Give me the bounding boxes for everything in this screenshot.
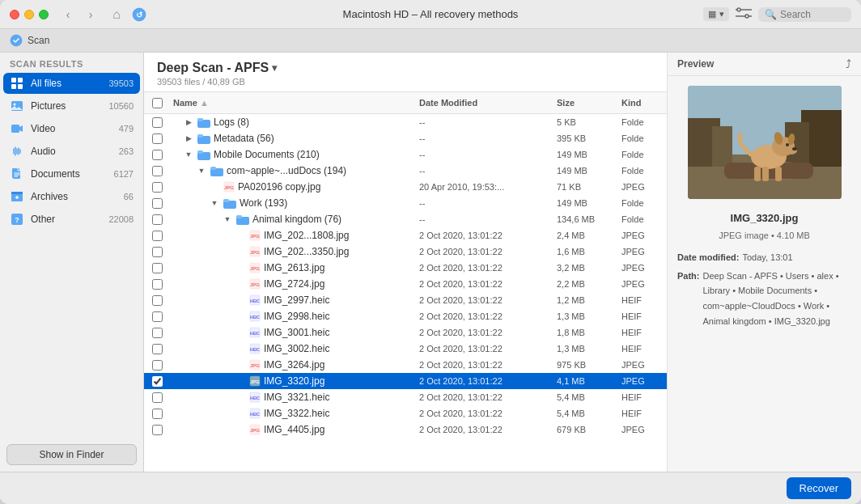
row-date: 2 Oct 2020, 13:01:22 [416,229,554,242]
table-row[interactable]: ▶ HEIC IMG_3322.heic 2 Oct 2020, 13:01:2… [144,405,667,421]
minimize-button[interactable] [24,10,34,19]
row-size: 2,2 MB [554,277,618,290]
row-checkbox[interactable] [152,133,163,144]
header-size[interactable]: Size [554,95,618,110]
sidebar-label-audio: Audio [31,146,112,157]
collapse-icon[interactable]: ▼ [183,149,194,160]
row-name: ▶ JPG PA020196 copy.jpg [170,180,416,194]
row-checkbox[interactable] [152,166,163,176]
row-checkbox[interactable] [152,198,163,209]
preview-path-label: Path: [677,269,700,329]
table-row[interactable]: ▶ HEIC IMG_2997.heic 2 Oct 2020, 13:01:2… [144,292,667,308]
collapse-icon[interactable]: ▼ [196,165,207,176]
table-row[interactable]: ▶ HEIC IMG_3321.heic 2 Oct 2020, 13:01:2… [144,389,667,405]
table-row[interactable]: ▼ Animal kingdom (76) -- 134,6 MB Folde [144,211,667,227]
row-checkbox[interactable] [152,279,163,290]
sidebar-item-documents[interactable]: Documents 6127 [3,163,140,184]
table-row[interactable]: ▶ JPG IMG_2613.jpg 2 Oct 2020, 13:01:22 … [144,260,667,276]
sidebar-item-archives[interactable]: Archives 66 [3,186,140,207]
row-kind: HEIF [618,326,667,339]
table-row[interactable]: ▶ HEIC IMG_2998.heic 2 Oct 2020, 13:01:2… [144,308,667,324]
table-row[interactable]: ▶ JPG IMG_2724.jpg 2 Oct 2020, 13:01:22 … [144,276,667,292]
close-button[interactable] [10,10,19,19]
file-image-icon: JPG [249,424,261,435]
row-kind: HEIF [618,294,667,307]
sidebar-item-pictures[interactable]: Pictures 10560 [3,95,140,116]
table-row[interactable]: ▶ HEIC IMG_3002.heic 2 Oct 2020, 13:01:2… [144,341,667,357]
preview-export-button[interactable]: ⤴ [846,57,851,70]
maximize-button[interactable] [39,10,49,19]
file-image-icon: JPG [249,278,261,290]
svg-text:↺: ↺ [136,11,143,19]
table-row[interactable]: ▶ Logs (8) -- 5 KB Folde [144,114,667,130]
sidebar-item-all-files[interactable]: All files 39503 [3,73,140,94]
show-in-finder-button[interactable]: Show in Finder [6,444,137,465]
row-date: 2 Oct 2020, 13:01:22 [416,407,554,420]
svg-rect-9 [11,78,16,83]
row-checkbox[interactable] [152,376,163,387]
row-name: ▶ JPG IMG_2613.jpg [170,260,416,275]
row-date: 2 Oct 2020, 13:01:22 [416,423,554,436]
dropdown-arrow-icon[interactable]: ▾ [272,62,277,74]
forward-button[interactable]: › [81,6,100,23]
row-checkbox[interactable] [152,214,163,225]
table-row-selected[interactable]: ▶ JPG IMG_3320.jpg 2 Oct 2020, 13:01:22 … [144,373,667,389]
row-checkbox[interactable] [152,311,163,322]
video-icon [10,121,24,136]
table-row[interactable]: ▼ Mobile Documents (210) -- 149 MB Folde [144,146,667,163]
row-checkbox[interactable] [152,117,163,128]
table-row[interactable]: ▶ JPG IMG_3264.jpg 2 Oct 2020, 13:01:22 … [144,357,667,373]
search-box[interactable]: 🔍 [758,7,851,22]
search-input[interactable] [780,9,845,20]
header-date[interactable]: Date Modified [416,95,554,110]
expand-icon[interactable]: ▶ [183,133,194,144]
row-checkbox-cell [144,360,170,371]
home-button[interactable]: ⌂ [107,6,126,23]
row-checkbox[interactable] [152,247,163,257]
table-row[interactable]: ▶ HEIC IMG_3001.heic 2 Oct 2020, 13:01:2… [144,324,667,341]
row-checkbox[interactable] [152,409,163,419]
row-checkbox[interactable] [152,344,163,354]
table-row[interactable]: ▶ Metadata (56) -- 395 KB Folde [144,130,667,146]
table-row[interactable]: ▶ JPG IMG_4405.jpg 2 Oct 2020, 13:01:22 … [144,421,667,438]
expand-icon[interactable]: ▶ [183,116,194,128]
row-checkbox[interactable] [152,263,163,273]
svg-rect-21 [11,192,23,194]
table-row[interactable]: ▶ JPG IMG_202...3350.jpg 2 Oct 2020, 13:… [144,244,667,260]
row-checkbox[interactable] [152,360,163,371]
sidebar-item-video[interactable]: Video 479 [3,118,140,139]
recover-button[interactable]: Recover [787,477,851,499]
sidebar-item-other[interactable]: ? Other 22008 [3,209,140,230]
row-name: ▶ HEIC IMG_2997.heic [170,293,416,307]
svg-text:HEIC: HEIC [250,396,260,400]
table-row[interactable]: ▶ JPG IMG_202...1808.jpg 2 Oct 2020, 13:… [144,227,667,244]
row-checkbox[interactable] [152,231,163,241]
table-row[interactable]: ▼ com~apple~...udDocs (194) -- 149 MB Fo… [144,163,667,179]
header-kind[interactable]: Kind [618,95,667,110]
back-button[interactable]: ‹ [58,6,78,23]
row-checkbox[interactable] [152,295,163,306]
collapse-icon[interactable]: ▼ [222,214,233,225]
row-date: -- [416,197,554,210]
row-size: 1,8 MB [554,326,618,339]
view-toggle[interactable]: ▦ ▾ [703,7,729,21]
header-name[interactable]: Name ▲ [170,95,416,110]
select-all-checkbox[interactable] [152,98,163,108]
scan-progress-icon[interactable]: ↺ [129,6,149,23]
pictures-icon [10,99,24,113]
table-row[interactable]: ▶ JPG PA020196 copy.jpg 20 Apr 2010, 19:… [144,179,667,195]
row-checkbox[interactable] [152,182,163,193]
table-row[interactable]: ▼ Work (193) -- 149 MB Folde [144,195,667,211]
row-checkbox[interactable] [152,328,163,338]
preview-image [688,86,842,199]
file-header: Deep Scan - APFS ▾ 39503 files / 40,89 G… [144,53,667,92]
row-checkbox[interactable] [152,425,163,435]
documents-icon [10,167,24,181]
row-kind: JPEG [618,180,667,193]
filter-button[interactable] [736,6,752,23]
sidebar-item-audio[interactable]: Audio 263 [3,141,140,162]
collapse-icon[interactable]: ▼ [209,197,220,209]
file-image-icon: HEIC [249,408,261,419]
row-checkbox[interactable] [152,150,163,160]
row-checkbox[interactable] [152,392,163,403]
